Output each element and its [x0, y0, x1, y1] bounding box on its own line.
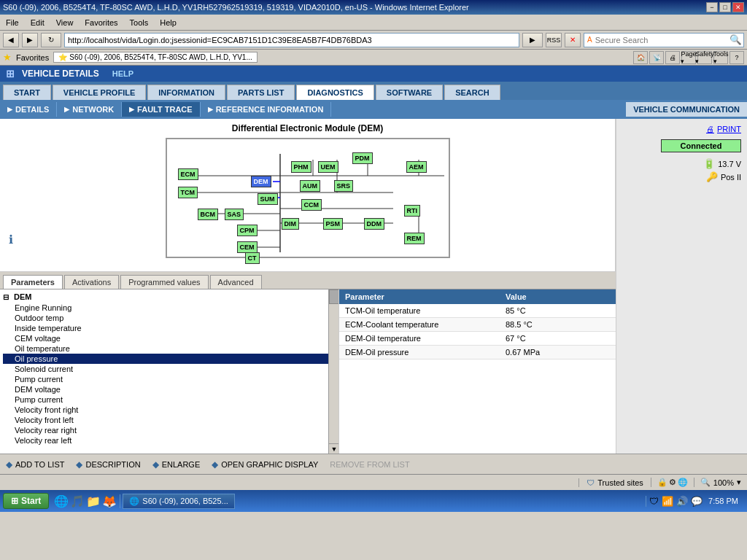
data-table-header: Parameter Value: [339, 289, 616, 304]
tree-item-velocity-front-right[interactable]: Velocity front right: [3, 405, 336, 415]
ie-quick-icon[interactable]: 🌐: [54, 494, 69, 508]
menu-favorites[interactable]: Favorites: [79, 17, 123, 28]
media-quick-icon[interactable]: 🎵: [70, 494, 85, 508]
tree-item-oil-temperature[interactable]: Oil temperature: [3, 343, 336, 354]
menu-tools[interactable]: Tools: [124, 17, 155, 28]
scrollbar-thumb[interactable]: [329, 289, 339, 304]
ecu-AEM[interactable]: AEM: [406, 161, 427, 173]
minimize-button[interactable]: −: [706, 2, 718, 12]
url-input[interactable]: [64, 33, 519, 47]
page-button[interactable]: Page ▾: [681, 51, 696, 64]
ecu-DIM[interactable]: DIM: [282, 218, 300, 230]
ecu-REM[interactable]: REM: [404, 233, 425, 244]
tree-item-pump-current2[interactable]: Pump current: [3, 394, 336, 405]
tab-programmed-values[interactable]: Programmed values: [120, 275, 208, 289]
maximize-button[interactable]: □: [719, 2, 731, 12]
help-ie-button[interactable]: ?: [729, 51, 744, 64]
taskbar-item-ie[interactable]: 🌐 S60 (-09), 2006, B525...: [123, 494, 234, 509]
tab-search[interactable]: SEARCH: [444, 85, 500, 100]
tree-root-dem[interactable]: ⊟ DEM: [3, 292, 336, 301]
folder-quick-icon[interactable]: 📁: [86, 494, 101, 508]
tab-parameters[interactable]: Parameters: [3, 275, 63, 289]
tree-item-solenoid-current[interactable]: Solenoid current: [3, 364, 336, 374]
ecu-CCM[interactable]: CCM: [301, 199, 322, 211]
ecu-PHM[interactable]: PHM: [291, 161, 311, 173]
menu-help[interactable]: Help: [154, 17, 182, 28]
ecu-AUM[interactable]: AUM: [300, 180, 321, 192]
tree-scrollbar[interactable]: ▼: [328, 289, 338, 454]
tab-advanced[interactable]: Advanced: [210, 275, 262, 289]
safety-button[interactable]: Safety ▾: [697, 51, 712, 64]
ecu-SAS[interactable]: SAS: [225, 209, 244, 220]
help-label[interactable]: HELP: [112, 69, 133, 78]
favorites-tab[interactable]: ⭐ S60 (-09), 2006, B5254T4, TF-80SC AWD,…: [53, 52, 257, 63]
ecu-SUM[interactable]: SUM: [258, 193, 278, 205]
tree-item-velocity-rear-left[interactable]: Velocity rear left: [3, 435, 336, 446]
tab-activations[interactable]: Activations: [64, 275, 119, 289]
menu-file[interactable]: File: [0, 17, 25, 28]
print-link[interactable]: 🖨 PRINT: [706, 125, 741, 133]
ecu-TCM[interactable]: TCM: [178, 187, 198, 198]
network-tray-icon: 📶: [662, 496, 673, 507]
status-icons: 🔒 ⚙ 🌐: [651, 478, 694, 487]
tab-start[interactable]: START: [3, 85, 51, 100]
rss-feed-button[interactable]: 📡: [649, 51, 664, 64]
start-button[interactable]: ⊞ Start: [3, 493, 49, 509]
ecu-CT[interactable]: CT: [245, 252, 260, 264]
close-button[interactable]: ✕: [732, 2, 744, 12]
tree-item-oil-pressure[interactable]: Oil pressure: [3, 354, 336, 364]
tree-item-cem-voltage[interactable]: CEM voltage: [3, 333, 336, 343]
ecu-UEM[interactable]: UEM: [318, 161, 338, 173]
ecu-RTI[interactable]: RTI: [404, 205, 421, 217]
open-graphic-display-button[interactable]: ◆ OPEN GRAPHIC DISPLAY: [212, 459, 318, 470]
firefox-quick-icon[interactable]: 🦊: [102, 494, 117, 508]
tree-item-pump-current[interactable]: Pump current: [3, 374, 336, 384]
sub-nav-details[interactable]: ▶ DETAILS: [0, 102, 57, 117]
tree-item-engine-running[interactable]: Engine Running: [3, 303, 336, 313]
ecu-BCM[interactable]: BCM: [198, 209, 219, 220]
go-button[interactable]: ▶: [522, 33, 543, 47]
favorites-label[interactable]: Favorites: [16, 53, 49, 62]
back-button[interactable]: ◀: [3, 33, 19, 47]
search-input[interactable]: [595, 36, 727, 44]
enlarge-button[interactable]: ◆ ENLARGE: [152, 459, 201, 470]
quick-launch: 🌐 🎵 📁 🦊: [51, 494, 120, 508]
scrollbar-down-button[interactable]: ▼: [329, 443, 339, 454]
tab-software[interactable]: SOFTWARE: [376, 85, 443, 100]
menu-edit[interactable]: Edit: [25, 17, 50, 28]
tree-item-velocity-rear-right[interactable]: Velocity rear right: [3, 425, 336, 435]
tab-information[interactable]: INFORMATION: [147, 85, 225, 100]
ecu-CEM[interactable]: CEM: [237, 241, 258, 253]
sub-nav-reference[interactable]: ▶ REFERENCE INFORMATION: [201, 102, 332, 117]
tab-vehicle-profile[interactable]: VEHICLE PROFILE: [53, 85, 146, 100]
tab-parts-list[interactable]: PARTS LIST: [227, 85, 295, 100]
ecu-PDM[interactable]: PDM: [352, 152, 373, 164]
sub-nav-fault-trace[interactable]: ▶ FAULT TRACE: [122, 102, 201, 117]
ecu-CPM[interactable]: CPM: [237, 225, 258, 236]
ecu-SRS[interactable]: SRS: [334, 180, 354, 192]
sub-nav-network[interactable]: ▶ NETWORK: [57, 102, 122, 117]
tree-item-dem-voltage[interactable]: DEM voltage: [3, 384, 336, 394]
home-button[interactable]: 🏠: [633, 51, 648, 64]
menu-view[interactable]: View: [50, 17, 80, 28]
stop-button[interactable]: ✕: [565, 33, 581, 47]
ecu-ECM[interactable]: ECM: [178, 168, 198, 180]
refresh-button[interactable]: ↻: [41, 33, 61, 47]
rss-button[interactable]: RSS: [546, 33, 562, 47]
forward-button[interactable]: ▶: [22, 33, 38, 47]
ecu-DEM[interactable]: DEM: [251, 176, 271, 187]
tree-item-velocity-front-left[interactable]: Velocity front left: [3, 415, 336, 425]
tab-diagnostics[interactable]: DIAGNOSTICS: [296, 85, 374, 100]
tree-item-inside-temperature[interactable]: Inside temperature: [3, 323, 336, 333]
tree-item-outdoor-temp[interactable]: Outdoor temp: [3, 313, 336, 323]
add-to-list-button[interactable]: ◆ ADD TO LIST: [6, 459, 64, 470]
description-button[interactable]: ◆ DESCRIPTION: [76, 459, 140, 470]
print-button[interactable]: 🖨: [665, 51, 680, 64]
remove-from-list-button[interactable]: REMOVE FROM LIST: [330, 460, 409, 469]
ecu-DDM[interactable]: DDM: [364, 218, 385, 230]
zoom-level[interactable]: 🔍 100% ▾: [694, 478, 747, 487]
ecu-PSM[interactable]: PSM: [323, 218, 344, 230]
search-button[interactable]: 🔍: [727, 33, 743, 47]
tools-ie-button[interactable]: Tools ▾: [713, 51, 728, 64]
app-header: ⊞ VEHICLE DETAILS HELP: [0, 66, 747, 82]
